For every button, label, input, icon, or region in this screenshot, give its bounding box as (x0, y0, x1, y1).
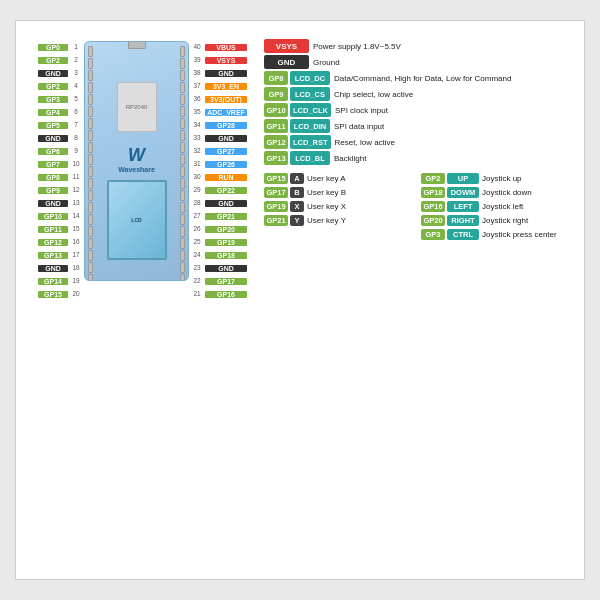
right-pin-label: 3V3(OUT) (205, 96, 247, 103)
desc-row: GP10LCD_CLKSPI clock input (264, 103, 574, 117)
left-pin-number: 7 (70, 119, 82, 131)
right-pin-row: RUN (205, 171, 257, 183)
right-pin-number: 39 (191, 54, 203, 66)
desc-text: Backlight (334, 151, 366, 165)
right-pin-row: GP27 (205, 145, 257, 157)
joystick-row: GP18DOWMJoystick down (421, 187, 574, 198)
right-pin-row: GP28 (205, 119, 257, 131)
left-pin-number: 6 (70, 106, 82, 118)
desc-text: Data/Command, High for Data, Low for Com… (334, 71, 511, 85)
key-gp-badge: GP19 (264, 201, 288, 212)
left-pin-label: GP9 (38, 187, 68, 194)
right-pin-label: GND (205, 265, 247, 272)
left-pin-label: GP4 (38, 109, 68, 116)
left-pin-row: GND (26, 262, 68, 274)
left-pin-row: GP10 (26, 210, 68, 222)
desc-func-badge: LCD_RST (290, 135, 331, 149)
right-pin-number: 26 (191, 223, 203, 235)
right-pin-label: GP16 (205, 291, 247, 298)
bottom-section: GP15AUser key AGP17BUser key BGP19XUser … (264, 173, 574, 243)
left-pin-row: GP2 (26, 80, 68, 92)
key-desc: User key A (307, 174, 346, 183)
right-pin-label: GP17 (205, 278, 247, 285)
right-pin-row: GND (205, 262, 257, 274)
joy-gp-badge: GP3 (421, 229, 445, 240)
right-pin-number: 22 (191, 275, 203, 287)
desc-text: Ground (313, 55, 340, 69)
joy-dir-badge: UP (447, 173, 479, 184)
card: GP0GP2GNDGP2GP3GP4GP5GNDGP6GP7GP8GP9GNDG… (15, 20, 585, 580)
right-pin-number: 32 (191, 145, 203, 157)
left-pin-label: GND (38, 70, 68, 77)
right-pin-number: 25 (191, 236, 203, 248)
right-pin-number: 21 (191, 288, 203, 300)
left-pin-row: GND (26, 67, 68, 79)
left-pin-label: GP14 (38, 278, 68, 285)
right-pin-label: GP19 (205, 239, 247, 246)
joystick-row: GP16LEFTJoystick left (421, 201, 574, 212)
right-pin-row: GND (205, 67, 257, 79)
left-pin-label: GND (38, 135, 68, 142)
left-pin-row: GP4 (26, 106, 68, 118)
right-pin-row: GP26 (205, 158, 257, 170)
left-pin-label: GP7 (38, 161, 68, 168)
right-pin-row: GP19 (205, 236, 257, 248)
right-pin-number: 23 (191, 262, 203, 274)
left-pin-number: 11 (70, 171, 82, 183)
page-container: GP0GP2GNDGP2GP3GP4GP5GNDGP6GP7GP8GP9GNDG… (0, 0, 600, 600)
desc-section: VSYSPower supply 1.8V~5.5VGNDGroundGP8LC… (259, 31, 574, 569)
desc-row: GP12LCD_RSTReset, low active (264, 135, 574, 149)
joystick-row: GP2UPJoystick up (421, 173, 574, 184)
desc-row: VSYSPower supply 1.8V~5.5V (264, 39, 574, 53)
left-pin-label: GP13 (38, 252, 68, 259)
user-key-row: GP19XUser key X (264, 201, 417, 212)
left-pin-row: GND (26, 197, 68, 209)
desc-gp-badge: GP10 (264, 103, 288, 117)
left-pin-number: 18 (70, 262, 82, 274)
joy-desc: Joystick left (482, 202, 523, 211)
right-pin-row: 3V3_EN (205, 80, 257, 92)
left-pin-number: 3 (70, 67, 82, 79)
desc-func-badge: LCD_BL (290, 151, 330, 165)
desc-row: GP8LCD_DCData/Command, High for Data, Lo… (264, 71, 574, 85)
left-pin-row: GP2 (26, 54, 68, 66)
user-keys-section: GP15AUser key AGP17BUser key BGP19XUser … (264, 173, 417, 243)
left-pin-label: GP10 (38, 213, 68, 220)
left-pin-row: GP13 (26, 249, 68, 261)
left-pin-row: GP12 (26, 236, 68, 248)
right-pins: VBUSVSYSGND3V3_EN3V3(OUT)ADC_VREFGP28GND… (205, 31, 257, 569)
right-pin-label: GP27 (205, 148, 247, 155)
joy-desc: Joystick press center (482, 230, 557, 239)
desc-func-badge: LCD_CLK (290, 103, 331, 117)
desc-text: SPI clock input (335, 103, 388, 117)
right-pin-number: 40 (191, 41, 203, 53)
right-pin-row: VSYS (205, 54, 257, 66)
right-pin-row: GP22 (205, 184, 257, 196)
left-pin-number: 10 (70, 158, 82, 170)
left-pin-number: 20 (70, 288, 82, 300)
right-pin-number: 30 (191, 171, 203, 183)
board-illustration: W Waveshare RP2040 LCD (84, 41, 189, 281)
key-gp-badge: GP15 (264, 173, 288, 184)
user-key-row: GP17BUser key B (264, 187, 417, 198)
right-pin-number: 38 (191, 67, 203, 79)
right-pin-number: 31 (191, 158, 203, 170)
right-pin-row: GP20 (205, 223, 257, 235)
desc-row: GP13LCD_BLBacklight (264, 151, 574, 165)
key-letter-badge: B (290, 187, 304, 198)
left-pin-label: GP8 (38, 174, 68, 181)
joy-dir-badge: DOWM (447, 187, 479, 198)
key-letter-badge: Y (290, 215, 304, 226)
right-pin-label: GND (205, 70, 247, 77)
left-pin-number: 14 (70, 210, 82, 222)
right-pin-row: 3V3(OUT) (205, 93, 257, 105)
right-pin-label: GP26 (205, 161, 247, 168)
joy-gp-badge: GP20 (421, 215, 445, 226)
left-pin-number: 1 (70, 41, 82, 53)
right-pin-number: 37 (191, 80, 203, 92)
right-pin-number: 28 (191, 197, 203, 209)
user-key-row: GP15AUser key A (264, 173, 417, 184)
right-pin-row: ADC_VREF (205, 106, 257, 118)
right-pin-number: 34 (191, 119, 203, 131)
desc-gp-badge: GP13 (264, 151, 288, 165)
